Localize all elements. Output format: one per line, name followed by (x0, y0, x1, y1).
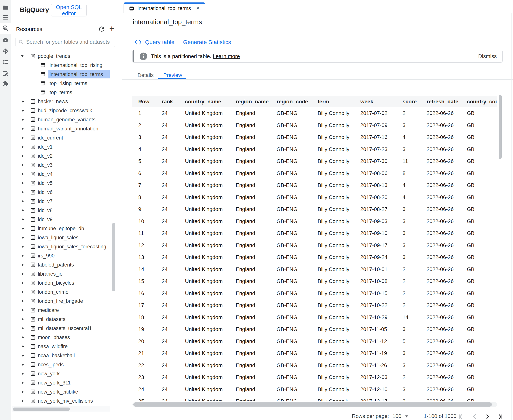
query-table-button[interactable]: Query table (145, 38, 174, 47)
table-row[interactable]: 1824United KingdomEnglandGB-ENGBilly Con… (132, 311, 497, 323)
table-row[interactable]: 324United KingdomEnglandGB-ENGBilly Conn… (132, 131, 497, 143)
table-horizontal-scrollbar[interactable] (133, 402, 492, 407)
sidebar-dataset-idc-v2[interactable]: idc_v2 (11, 151, 121, 160)
sidebar-dataset-moon-phases[interactable]: moon_phases (11, 333, 121, 342)
caret-right-icon[interactable] (22, 173, 24, 175)
sidebar-dataset-medicare[interactable]: medicare (11, 306, 121, 315)
sidebar-dataset-idc-v1[interactable]: idc_v1 (11, 142, 121, 151)
table-row[interactable]: 224United KingdomEnglandGB-ENGBilly Conn… (132, 119, 497, 131)
table-row[interactable]: 1324United KingdomEnglandGB-ENGBilly Con… (132, 251, 497, 263)
table-row[interactable]: 2224United KingdomEnglandGB-ENGBilly Con… (132, 359, 497, 371)
caret-right-icon[interactable] (22, 200, 24, 203)
version-control-icon[interactable] (2, 48, 9, 55)
sidebar-dataset-idc-v5[interactable]: idc_v5 (11, 179, 121, 188)
caret-right-icon[interactable] (22, 155, 24, 157)
table-row[interactable]: 2524United KingdomEnglandGB-ENGBilly Con… (132, 395, 497, 401)
caret-right-icon[interactable] (22, 109, 24, 112)
table-row[interactable]: 1224United KingdomEnglandGB-ENGBilly Con… (132, 239, 497, 251)
tree-vertical-scrollbar[interactable] (112, 223, 115, 291)
caret-right-icon[interactable] (22, 182, 24, 185)
caret-right-icon[interactable] (22, 146, 24, 148)
sidebar-dataset-labeled-patents[interactable]: labeled_patents (11, 260, 121, 269)
scheduled-queries-icon[interactable] (2, 70, 9, 77)
caret-right-icon[interactable] (22, 191, 24, 194)
refresh-icon[interactable] (98, 25, 105, 33)
table-row[interactable]: 1024United KingdomEnglandGB-ENGBilly Con… (132, 215, 497, 227)
folder-icon[interactable] (2, 4, 9, 11)
table-row[interactable]: 1524United KingdomEnglandGB-ENGBilly Con… (132, 275, 497, 287)
sidebar-dataset-iowa-liquor-sales-forecasting[interactable]: iowa_liquor_sales_forecasting (11, 242, 121, 251)
sidebar-dataset-idc-v7[interactable]: idc_v7 (11, 197, 121, 206)
caret-right-icon[interactable] (22, 164, 24, 166)
caret-right-icon[interactable] (22, 227, 24, 230)
caret-right-icon[interactable] (22, 255, 24, 257)
tree-horizontal-scrollbar[interactable] (13, 407, 70, 411)
table-row[interactable]: 624United KingdomEnglandGB-ENGBilly Conn… (132, 167, 497, 179)
table-row[interactable]: 1124United KingdomEnglandGB-ENGBilly Con… (132, 227, 497, 239)
sidebar-dataset-new-york[interactable]: new_york (11, 369, 121, 378)
table-vertical-scrollbar[interactable] (499, 95, 502, 159)
sidebar-dataset-new-york-311[interactable]: new_york_311 (11, 378, 121, 387)
dismiss-button[interactable]: Dismiss (478, 50, 497, 63)
learn-more-link[interactable]: Learn more (213, 53, 240, 59)
sidebar-dataset-ncaa-basketball[interactable]: ncaa_basketball (11, 351, 121, 360)
table-row[interactable]: 2124United KingdomEnglandGB-ENGBilly Con… (132, 347, 497, 359)
caret-right-icon[interactable] (22, 336, 24, 339)
extensions-icon[interactable] (2, 80, 9, 87)
previous-page-icon[interactable] (471, 413, 479, 420)
sidebar-dataset-libraries-io[interactable]: libraries_io (11, 269, 121, 278)
sidebar-dataset-idc-v9[interactable]: idc_v9 (11, 215, 121, 224)
table-row[interactable]: 524United KingdomEnglandGB-ENGBilly Conn… (132, 155, 497, 167)
add-data-icon[interactable]: + (108, 24, 115, 33)
sidebar-table-top-terms[interactable]: top_terms (11, 88, 121, 97)
sidebar-dataset-immune-epitope-db[interactable]: immune_epitope_db (11, 224, 121, 233)
caret-right-icon[interactable] (22, 209, 24, 212)
tab-international-top-terms[interactable]: international_top_terms × (123, 2, 205, 13)
explorer-icon[interactable] (2, 14, 9, 21)
tab-close-icon[interactable]: × (196, 4, 200, 12)
sidebar-dataset-idc-v4[interactable]: idc_v4 (11, 170, 121, 179)
sidebar-table-top-rising-terms[interactable]: top_rising_terms (11, 79, 121, 88)
caret-right-icon[interactable] (22, 345, 24, 348)
caret-right-icon[interactable] (22, 363, 24, 366)
table-row[interactable]: 724United KingdomEnglandGB-ENGBilly Conn… (132, 179, 497, 191)
sidebar-dataset-new-york-mv-collisions[interactable]: new_york_mv_collisions (11, 396, 121, 405)
caret-right-icon[interactable] (22, 354, 24, 357)
next-page-icon[interactable] (484, 413, 491, 420)
sidebar-dataset-human-genome-variants[interactable]: human_genome_variants (11, 115, 121, 124)
sidebar-dataset-human-variant-annotation[interactable]: human_variant_annotation (11, 124, 121, 133)
table-row[interactable]: 2024United KingdomEnglandGB-ENGBilly Con… (132, 335, 497, 347)
table-row[interactable]: 2424United KingdomEnglandGB-ENGBilly Con… (132, 383, 497, 395)
caret-right-icon[interactable] (22, 273, 24, 275)
sidebar-dataset-new-york-citibike[interactable]: new_york_citibike (11, 387, 121, 396)
caret-right-icon[interactable] (22, 218, 24, 221)
sidebar-dataset-idc-v6[interactable]: idc_v6 (11, 188, 121, 197)
search-insights-icon[interactable] (2, 25, 9, 31)
table-row[interactable]: 924United KingdomEnglandGB-ENGBilly Conn… (132, 203, 497, 215)
caret-right-icon[interactable] (22, 300, 24, 302)
sidebar-dataset-idc-current[interactable]: idc_current (11, 133, 121, 142)
sidebar-dataset-google-trends[interactable]: google_trends (11, 52, 121, 61)
caret-right-icon[interactable] (22, 318, 24, 321)
table-row[interactable]: 124United KingdomEnglandGB-ENGBilly Conn… (132, 107, 497, 119)
caret-right-icon[interactable] (22, 309, 24, 312)
table-row[interactable]: 2324United KingdomEnglandGB-ENGBilly Con… (132, 371, 497, 383)
sidebar-table-international-top-rising-[interactable]: international_top_rising_ (11, 61, 121, 70)
search-input[interactable] (26, 38, 113, 46)
caret-right-icon[interactable] (22, 136, 24, 139)
table-row[interactable]: 824United KingdomEnglandGB-ENGBilly Conn… (132, 191, 497, 203)
sidebar-dataset-iowa-liquor-sales[interactable]: iowa_liquor_sales (11, 233, 121, 242)
sidebar-dataset-idc-v8[interactable]: idc_v8 (11, 206, 121, 215)
table-row[interactable]: 1924United KingdomEnglandGB-ENGBilly Con… (132, 323, 497, 335)
caret-right-icon[interactable] (22, 245, 24, 248)
caret-right-icon[interactable] (22, 382, 24, 384)
caret-right-icon[interactable] (22, 291, 24, 293)
caret-right-icon[interactable] (22, 263, 24, 266)
caret-right-icon[interactable] (22, 390, 24, 393)
table-row[interactable]: 1624United KingdomEnglandGB-ENGBilly Con… (132, 287, 497, 300)
tab-details[interactable]: Details (138, 71, 154, 80)
sidebar-dataset-idc-v3[interactable]: idc_v3 (11, 160, 121, 170)
sidebar-dataset-irs-990[interactable]: irs_990 (11, 251, 121, 260)
table-row[interactable]: 424United KingdomEnglandGB-ENGBilly Conn… (132, 143, 497, 155)
table-row[interactable]: 1724United KingdomEnglandGB-ENGBilly Con… (132, 299, 497, 311)
